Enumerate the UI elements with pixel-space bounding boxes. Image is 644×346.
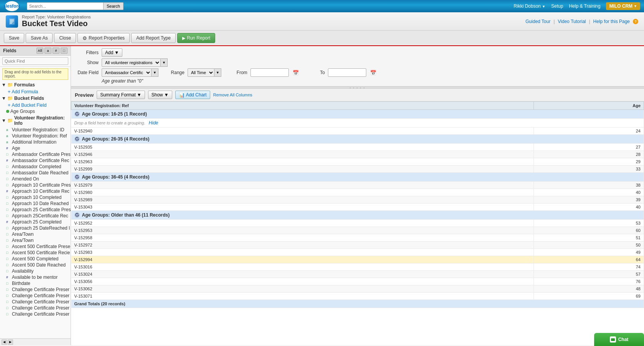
- table-row: V-15298939: [71, 196, 644, 204]
- report-properties-button[interactable]: ⚙ Report Properties: [77, 33, 130, 43]
- field-app25-cert-rec[interactable]: □Approach 25Certificate Rec: [0, 213, 71, 219]
- field-search-input[interactable]: [2, 57, 68, 65]
- filter-box[interactable]: □: [61, 48, 68, 54]
- field-amb-cert-rec[interactable]: #Ambassador Certificate Rec: [0, 157, 71, 164]
- add-filter-button[interactable]: Add ▼: [102, 48, 122, 57]
- field-app25-date[interactable]: □Approach 25 DateReached I: [0, 225, 71, 231]
- guided-tour-link[interactable]: Guided Tour: [525, 19, 550, 24]
- scroll-left-arrow[interactable]: ◀: [2, 339, 7, 345]
- user-menu[interactable]: Rikki Dobson ▼: [514, 3, 545, 9]
- close-button[interactable]: Close: [54, 33, 76, 43]
- cell-age: 40: [534, 204, 644, 211]
- main-toolbar: Save Save As Close ⚙ Report Properties A…: [0, 31, 644, 46]
- field-amended-on[interactable]: □Amended On: [0, 176, 71, 182]
- group-bucket-fields[interactable]: ▼ 📁 Bucket Fields: [0, 95, 71, 102]
- video-tutorial-link[interactable]: Video Tutorial: [558, 19, 586, 24]
- field-available-mentor[interactable]: #Available to be mentor: [0, 274, 71, 280]
- table-row: V-15297938: [71, 182, 644, 189]
- date-field-select[interactable]: Ambassador Certific: [102, 68, 152, 77]
- field-app10-completed[interactable]: □Approach 10 Completed: [0, 194, 71, 200]
- app-menu-button[interactable]: MILO CRM ▼: [606, 2, 640, 10]
- cell-age: 28: [534, 151, 644, 158]
- help-page-link[interactable]: Help for this Page: [593, 19, 630, 24]
- group-row-3[interactable]: GAge Groups: Older than 46 (11 Records): [71, 211, 644, 220]
- field-area-town-2[interactable]: □Area/Town: [0, 237, 71, 243]
- field-vol-id[interactable]: aVolunteer Registration: ID: [0, 127, 71, 133]
- field-app25-cert-pres[interactable]: □Approach 25 Certificate Pres: [0, 207, 71, 213]
- field-challenge-cert-5[interactable]: □Challenge Certificate Preser: [0, 311, 71, 317]
- field-amb-completed[interactable]: □Ambassador Completed: [0, 164, 71, 170]
- field-amb-cert-pres[interactable]: □Ambassador Certificate Pres: [0, 151, 71, 157]
- salesforce-logo[interactable]: salesforce: [4, 0, 20, 12]
- show-dropdown-btn[interactable]: ▼: [161, 58, 168, 67]
- add-report-type-button[interactable]: Add Report Type: [131, 33, 176, 43]
- field-age[interactable]: #Age: [0, 145, 71, 151]
- group-vol-label: Volunteer Registration: Info: [14, 115, 69, 126]
- field-asc500-date[interactable]: □Ascent 500 Date Reached: [0, 262, 71, 268]
- group-formulas[interactable]: ▼ 📁 Formulas: [0, 81, 71, 88]
- field-asc500-cert-rec[interactable]: □Ascent 500 Certificate Recie: [0, 250, 71, 256]
- group-row-2[interactable]: GAge Groups: 36-45 (4 Records): [71, 173, 644, 182]
- from-calendar-icon[interactable]: 📅: [293, 70, 299, 76]
- cell-ref: V-153071: [71, 293, 534, 300]
- add-bucket-label: Add Bucket Field: [12, 103, 47, 108]
- date-field-dropdown-btn[interactable]: ▼: [152, 68, 158, 77]
- add-bucket-field-item[interactable]: + Add Bucket Field: [0, 102, 71, 108]
- search-button[interactable]: Search: [104, 2, 124, 10]
- svg-text:G: G: [75, 174, 79, 180]
- field-app10-cert-pres[interactable]: □Approach 10 Certificate Pres: [0, 182, 71, 188]
- remove-all-columns-link[interactable]: Remove All Columns: [213, 93, 252, 97]
- save-as-button[interactable]: Save As: [26, 33, 53, 43]
- save-button[interactable]: Save: [4, 33, 24, 43]
- scroll-right-arrow[interactable]: ▶: [8, 339, 13, 345]
- setup-link[interactable]: Setup: [551, 3, 563, 9]
- cell-age: 74: [534, 263, 644, 271]
- to-calendar-icon[interactable]: 📅: [370, 70, 376, 76]
- cell-ref: V-152972: [71, 242, 534, 249]
- range-select[interactable]: All Time: [188, 68, 214, 77]
- filter-all[interactable]: All: [36, 48, 43, 54]
- chat-icon-inner: [611, 338, 615, 341]
- help-icon[interactable]: ?: [633, 19, 638, 24]
- hide-drop-zone-link[interactable]: Hide: [149, 120, 158, 126]
- search-input[interactable]: [27, 2, 104, 10]
- filter-hash[interactable]: #: [53, 48, 59, 54]
- cell-age: 33: [534, 166, 644, 173]
- range-dropdown-btn[interactable]: ▼: [214, 68, 221, 77]
- field-app10-date[interactable]: □Approach 10 Date Reached: [0, 200, 71, 207]
- cell-age: 24: [534, 127, 644, 135]
- show-button[interactable]: Show ▼: [148, 91, 172, 99]
- field-availability[interactable]: □Availability: [0, 268, 71, 274]
- group-volunteer-info[interactable]: ▼ 📁 Volunteer Registration: Info: [0, 114, 71, 127]
- field-challenge-cert-1[interactable]: □Challenge Certificate Preser: [0, 286, 71, 293]
- field-additional-info[interactable]: aAdditional Information: [0, 139, 71, 145]
- svg-rect-5: [10, 22, 13, 23]
- field-amb-date[interactable]: □Ambassador Date Reached: [0, 170, 71, 176]
- show-select[interactable]: All volunteer registrations: [102, 58, 161, 67]
- group-row-0[interactable]: GAge Groups: 16-25 (1 Record): [71, 110, 644, 119]
- add-chart-button[interactable]: 📊 Add Chart: [175, 91, 210, 99]
- run-report-button[interactable]: ▶ Run Report: [177, 33, 215, 43]
- field-birthdate[interactable]: □Birthdate: [0, 280, 71, 286]
- cell-age: 48: [534, 285, 644, 293]
- cell-ref: V-152946: [71, 151, 534, 158]
- field-asc500-cert-pres[interactable]: □Ascent 500 Certificate Prese: [0, 243, 71, 250]
- field-asc500-completed[interactable]: □Ascent 500 Completed: [0, 256, 71, 262]
- add-formula-item[interactable]: + Add Formula: [0, 88, 71, 95]
- group-row-1[interactable]: GAge Groups: 26-35 (4 Records): [71, 135, 644, 144]
- help-training-link[interactable]: Help & Training: [569, 3, 600, 9]
- field-vol-ref[interactable]: aVolunteer Registration: Ref: [0, 133, 71, 139]
- field-app25-completed[interactable]: #Approach 25 Completed: [0, 219, 71, 225]
- table-row: V-15296329: [71, 158, 644, 166]
- summary-format-button[interactable]: Summary Format ▼: [97, 91, 145, 99]
- field-challenge-cert-4[interactable]: □Challenge Certificate Preser: [0, 305, 71, 311]
- filter-alpha[interactable]: a: [44, 48, 51, 54]
- from-date-input[interactable]: [250, 68, 289, 77]
- field-app10-cert-rec[interactable]: #Approach 10 Certificate Rec: [0, 188, 71, 194]
- age-groups-item[interactable]: Age Groups: [0, 108, 71, 114]
- field-area-town-1[interactable]: □Area/Town: [0, 231, 71, 237]
- chat-button[interactable]: Chat: [594, 333, 644, 346]
- to-date-input[interactable]: [328, 68, 366, 77]
- field-challenge-cert-2[interactable]: □Challenge Certificate Preser: [0, 293, 71, 299]
- field-challenge-cert-3[interactable]: □Challenge Certificate Preser: [0, 299, 71, 305]
